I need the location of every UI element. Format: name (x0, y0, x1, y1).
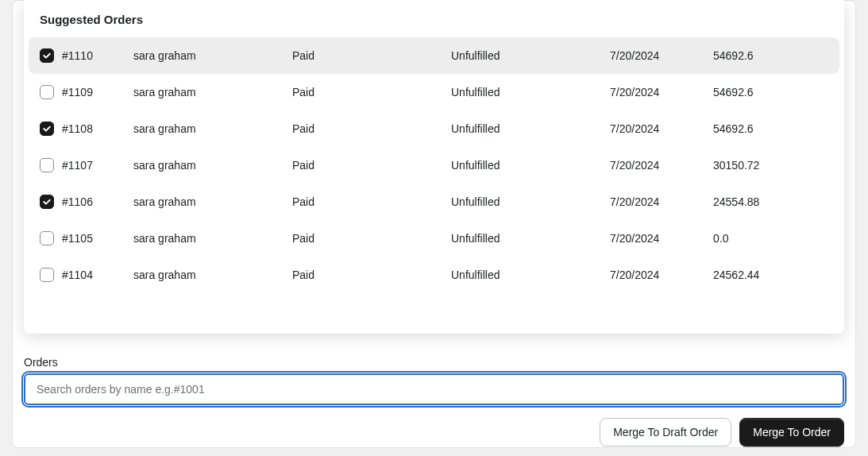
order-date: 7/20/2024 (610, 86, 713, 99)
order-payment-status: Paid (292, 269, 451, 281)
order-customer: sara graham (133, 49, 292, 62)
order-row[interactable]: #1105sara grahamPaidUnfulfilled7/20/2024… (24, 220, 844, 257)
order-customer: sara graham (133, 122, 292, 135)
order-date: 7/20/2024 (610, 195, 713, 208)
search-orders-input[interactable] (24, 373, 844, 405)
order-amount: 30150.72 (713, 159, 828, 172)
order-payment-status: Paid (292, 232, 451, 245)
order-customer: sara graham (133, 269, 292, 281)
order-payment-status: Paid (292, 49, 451, 62)
order-customer: sara graham (133, 195, 292, 208)
order-checkbox[interactable] (40, 268, 54, 282)
order-checkbox[interactable] (40, 195, 54, 209)
order-payment-status: Paid (292, 195, 451, 208)
order-date: 7/20/2024 (610, 49, 713, 62)
order-payment-status: Paid (292, 86, 451, 99)
order-amount: 24554.88 (713, 195, 828, 208)
order-amount: 54692.6 (713, 49, 828, 62)
order-fulfillment-status: Unfulfilled (451, 195, 610, 208)
merge-to-order-button[interactable]: Merge To Order (739, 418, 844, 446)
order-checkbox[interactable] (40, 48, 54, 63)
order-payment-status: Paid (292, 159, 451, 172)
order-date: 7/20/2024 (610, 122, 713, 135)
order-fulfillment-status: Unfulfilled (451, 232, 610, 245)
order-id: #1106 (62, 195, 133, 208)
order-row[interactable]: #1106sara grahamPaidUnfulfilled7/20/2024… (24, 184, 844, 220)
order-customer: sara graham (133, 159, 292, 172)
order-customer: sara graham (133, 86, 292, 99)
order-row[interactable]: #1110sara grahamPaidUnfulfilled7/20/2024… (29, 37, 839, 74)
order-date: 7/20/2024 (610, 159, 713, 172)
order-id: #1105 (62, 232, 133, 245)
order-amount: 54692.6 (713, 122, 828, 135)
order-checkbox[interactable] (40, 158, 54, 172)
order-date: 7/20/2024 (610, 269, 713, 281)
suggested-orders-header: Suggested Orders (24, 0, 844, 37)
order-customer: sara graham (133, 232, 292, 245)
order-fulfillment-status: Unfulfilled (451, 269, 610, 281)
order-checkbox[interactable] (40, 122, 54, 136)
orders-section: Orders Merge To Draft Order Merge To Ord… (24, 356, 844, 446)
order-id: #1110 (62, 49, 133, 62)
suggested-orders-dropdown: Suggested Orders #1110sara grahamPaidUnf… (24, 0, 844, 334)
order-date: 7/20/2024 (610, 232, 713, 245)
orders-label: Orders (24, 356, 844, 369)
order-row[interactable]: #1109sara grahamPaidUnfulfilled7/20/2024… (24, 74, 844, 110)
order-fulfillment-status: Unfulfilled (451, 86, 610, 99)
order-fulfillment-status: Unfulfilled (451, 49, 610, 62)
order-payment-status: Paid (292, 122, 451, 135)
suggested-orders-scroll[interactable]: Suggested Orders #1110sara grahamPaidUnf… (24, 0, 844, 334)
order-row[interactable]: #1104sara grahamPaidUnfulfilled7/20/2024… (24, 257, 844, 293)
order-amount: 0.0 (713, 232, 828, 245)
order-checkbox[interactable] (40, 231, 54, 245)
order-row[interactable]: #1107sara grahamPaidUnfulfilled7/20/2024… (24, 147, 844, 184)
button-row: Merge To Draft Order Merge To Order (24, 418, 844, 446)
order-fulfillment-status: Unfulfilled (451, 122, 610, 135)
order-id: #1107 (62, 159, 133, 172)
order-checkbox[interactable] (40, 85, 54, 99)
order-amount: 24562.44 (713, 269, 828, 281)
merge-to-draft-order-button[interactable]: Merge To Draft Order (600, 418, 731, 446)
order-fulfillment-status: Unfulfilled (451, 159, 610, 172)
order-id: #1109 (62, 86, 133, 99)
order-id: #1104 (62, 269, 133, 281)
order-amount: 54692.6 (713, 86, 828, 99)
order-row[interactable]: #1108sara grahamPaidUnfulfilled7/20/2024… (24, 110, 844, 147)
order-id: #1108 (62, 122, 133, 135)
